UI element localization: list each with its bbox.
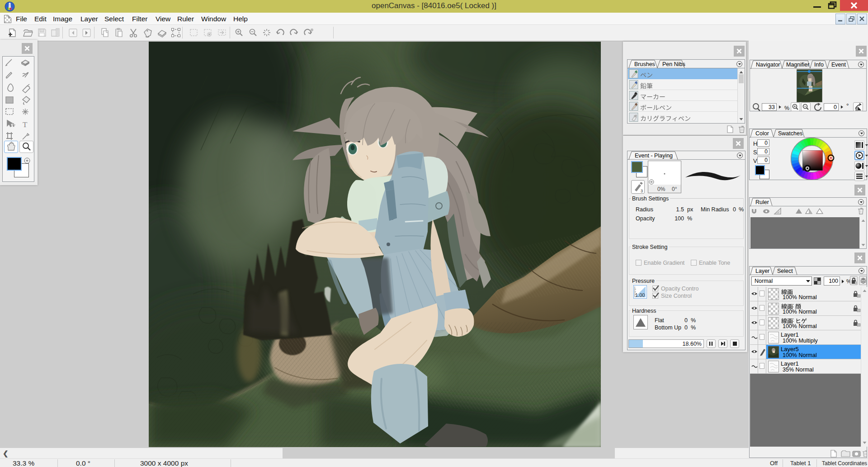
svg-text:Magnifier: Magnifier bbox=[786, 62, 809, 68]
svg-text:Color: Color bbox=[755, 130, 769, 137]
svg-text:Event - Playing: Event - Playing bbox=[635, 152, 673, 159]
svg-text:Event: Event bbox=[831, 62, 846, 68]
svg-text:1.00: 1.00 bbox=[635, 292, 645, 298]
svg-text:Ruler: Ruler bbox=[755, 199, 769, 205]
svg-text:Layer: Layer bbox=[755, 268, 769, 274]
svg-text:T: T bbox=[23, 120, 28, 129]
svg-text:3: 3 bbox=[641, 189, 643, 193]
svg-text:Brushes: Brushes bbox=[634, 61, 655, 67]
svg-text:Select: Select bbox=[777, 268, 793, 274]
svg-text:0%: 0% bbox=[657, 186, 665, 192]
svg-text:Pen Nibs: Pen Nibs bbox=[662, 61, 685, 67]
svg-text:0°: 0° bbox=[672, 186, 677, 192]
svg-text:Navigator: Navigator bbox=[756, 62, 780, 68]
svg-text:Swatches: Swatches bbox=[778, 130, 802, 137]
svg-text:Info: Info bbox=[814, 62, 824, 68]
